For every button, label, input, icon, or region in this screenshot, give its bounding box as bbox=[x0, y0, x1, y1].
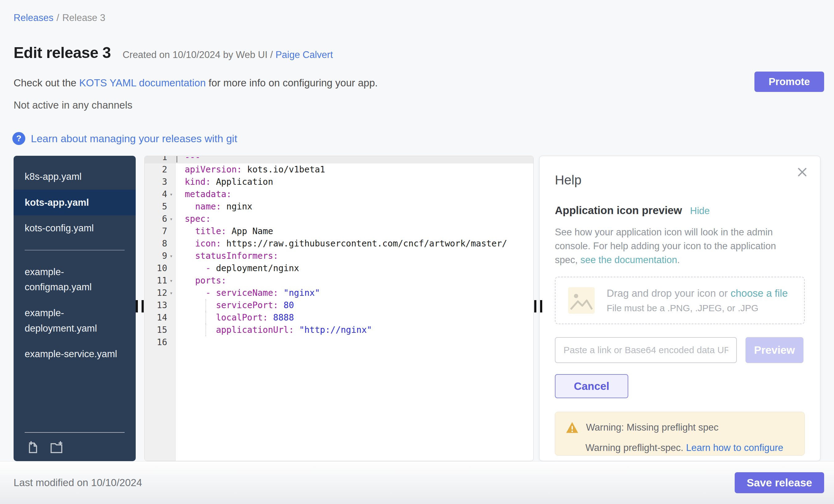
code-token bbox=[185, 238, 195, 248]
file-item-example-deployment-yaml[interactable]: example-deployment.yaml bbox=[14, 300, 136, 341]
kots-docs-link[interactable]: KOTS YAML documentation bbox=[79, 77, 206, 89]
code-token: https://raw.githubusercontent.com/cncf/a… bbox=[221, 238, 507, 248]
image-placeholder-icon bbox=[567, 286, 596, 314]
code-line-15: applicationUrl: "http://nginx" bbox=[175, 324, 533, 336]
docs-text-before: Check out the bbox=[14, 77, 79, 89]
help-resize-handle[interactable] bbox=[534, 300, 542, 312]
help-description-period: . bbox=[677, 255, 680, 265]
hide-link[interactable]: Hide bbox=[690, 205, 710, 217]
code-token: 8888 bbox=[268, 312, 294, 323]
code-token: kind: bbox=[185, 177, 211, 187]
line-number: 2 bbox=[162, 163, 167, 176]
line-number: 9 bbox=[162, 250, 167, 262]
code-token: - bbox=[205, 263, 216, 273]
file-item-kots-app-yaml[interactable]: kots-app.yaml bbox=[14, 190, 136, 216]
code-token bbox=[185, 276, 195, 286]
code-token: ports: bbox=[195, 276, 226, 286]
fold-arrow-icon[interactable]: ▾ bbox=[167, 275, 175, 287]
code-line-2: apiVersion: kots.io/v1beta1 bbox=[175, 163, 533, 176]
gutter-line-12: 12▾ bbox=[145, 287, 175, 299]
resize-bar bbox=[540, 300, 542, 312]
icon-url-input[interactable] bbox=[555, 337, 737, 363]
fold-arrow-icon[interactable]: ▾ bbox=[167, 213, 175, 225]
warning-configure-link[interactable]: Learn how to configure bbox=[686, 442, 783, 453]
code-token: servicePort: bbox=[216, 300, 278, 310]
code-token: applicationUrl: bbox=[216, 325, 294, 335]
line-number: 4 bbox=[162, 188, 167, 200]
author-link[interactable]: Paige Calvert bbox=[276, 49, 333, 60]
gutter-line-6: 6▾ bbox=[145, 213, 175, 225]
gutter-line-13: 13 bbox=[145, 299, 175, 311]
new-folder-icon[interactable] bbox=[49, 440, 64, 454]
channel-status: Not active in any channels bbox=[14, 99, 132, 111]
fold-arrow-icon[interactable]: ▾ bbox=[167, 250, 175, 262]
file-item-example-configmap-yaml[interactable]: example-configmap.yaml bbox=[14, 259, 136, 300]
icon-url-row: Preview bbox=[555, 337, 805, 363]
file-requirements: File must be a .PNG, .JPEG, or .JPG bbox=[607, 303, 788, 313]
breadcrumb: Releases/Release 3 bbox=[14, 12, 105, 23]
code-token: metadata: bbox=[185, 189, 232, 199]
promote-button[interactable]: Promote bbox=[754, 71, 824, 92]
footer: Last modified on 10/10/2024 Save release bbox=[0, 461, 834, 504]
choose-file-link[interactable]: choose a file bbox=[731, 287, 788, 299]
release-editor-page: Releases/Release 3 Edit release 3 Create… bbox=[0, 0, 834, 504]
docs-text-after: for more info on configuring your app. bbox=[206, 77, 378, 89]
created-info: Created on 10/10/2024 by Web UI / Paige … bbox=[123, 49, 333, 61]
line-number: 5 bbox=[162, 200, 167, 213]
breadcrumb-link-releases[interactable]: Releases bbox=[14, 12, 53, 23]
line-number: 10 bbox=[157, 262, 167, 275]
code-token: statusInformers: bbox=[195, 251, 279, 261]
code-token: spec: bbox=[185, 214, 211, 224]
text-cursor bbox=[176, 156, 177, 162]
fold-arrow-icon[interactable]: ▾ bbox=[167, 188, 175, 200]
fold-arrow-icon[interactable]: ▾ bbox=[167, 287, 175, 299]
cancel-button[interactable]: Cancel bbox=[555, 374, 628, 398]
file-item-k8s-app-yaml[interactable]: k8s-app.yaml bbox=[14, 164, 136, 190]
editor-gutter: 1234▾56▾789▾1011▾12▾13141516 bbox=[145, 156, 175, 461]
code-token bbox=[185, 312, 216, 323]
code-token: title: bbox=[195, 226, 226, 236]
code-line-3: kind: Application bbox=[175, 176, 533, 188]
gutter-line-5: 5 bbox=[145, 200, 175, 213]
indent-guide bbox=[205, 324, 206, 336]
sidebar-resize-handle[interactable] bbox=[136, 300, 144, 312]
gutter-line-4: 4▾ bbox=[145, 188, 175, 200]
drop-instruction: Drag and drop your icon or choose a file bbox=[607, 287, 788, 299]
see-docs-link[interactable]: see the documentation bbox=[580, 255, 677, 265]
code-token: kots.io/v1beta1 bbox=[242, 165, 325, 175]
section-title: Application icon preview bbox=[555, 204, 682, 217]
file-item-kots-config-yaml[interactable]: kots-config.yaml bbox=[14, 215, 136, 241]
warning-title: Warning: Missing preflight spec bbox=[586, 422, 719, 433]
code-token bbox=[185, 226, 195, 236]
editor-code-area[interactable]: ---apiVersion: kots.io/v1beta1kind: Appl… bbox=[175, 156, 533, 461]
new-file-icon[interactable] bbox=[26, 440, 40, 454]
code-token bbox=[185, 288, 205, 298]
preview-button[interactable]: Preview bbox=[745, 337, 804, 363]
line-number: 11 bbox=[157, 275, 167, 287]
help-title: Help bbox=[555, 173, 805, 188]
code-token: - serviceName: bbox=[205, 288, 278, 298]
code-editor[interactable]: 1234▾56▾789▾1011▾12▾13141516 ---apiVersi… bbox=[144, 156, 533, 461]
gutter-line-11: 11▾ bbox=[145, 275, 175, 287]
code-line-14: localPort: 8888 bbox=[175, 311, 533, 324]
close-icon[interactable] bbox=[796, 166, 808, 178]
code-token: Application bbox=[211, 177, 273, 187]
code-line-9: statusInformers: bbox=[175, 250, 533, 262]
created-text: Created on 10/10/2024 by Web UI / bbox=[123, 49, 276, 60]
gutter-line-2: 2 bbox=[145, 163, 175, 176]
resize-bar bbox=[141, 300, 144, 312]
gutter-line-9: 9▾ bbox=[145, 250, 175, 262]
git-help-link[interactable]: Learn about managing your releases with … bbox=[31, 133, 237, 145]
docs-line: Check out the KOTS YAML documentation fo… bbox=[14, 77, 378, 89]
code-token: localPort: bbox=[216, 312, 268, 323]
save-release-button[interactable]: Save release bbox=[735, 472, 824, 493]
code-line-4: metadata: bbox=[175, 188, 533, 200]
line-number: 3 bbox=[162, 176, 167, 188]
code-line-1: --- bbox=[175, 156, 533, 163]
resize-bar bbox=[534, 300, 536, 312]
file-item-example-service-yaml[interactable]: example-service.yaml bbox=[14, 341, 136, 367]
gutter-line-10: 10 bbox=[145, 262, 175, 275]
file-group-divider bbox=[25, 250, 125, 250]
icon-drop-zone[interactable]: Drag and drop your icon or choose a file… bbox=[555, 277, 805, 324]
page-title: Edit release 3 bbox=[14, 44, 111, 62]
